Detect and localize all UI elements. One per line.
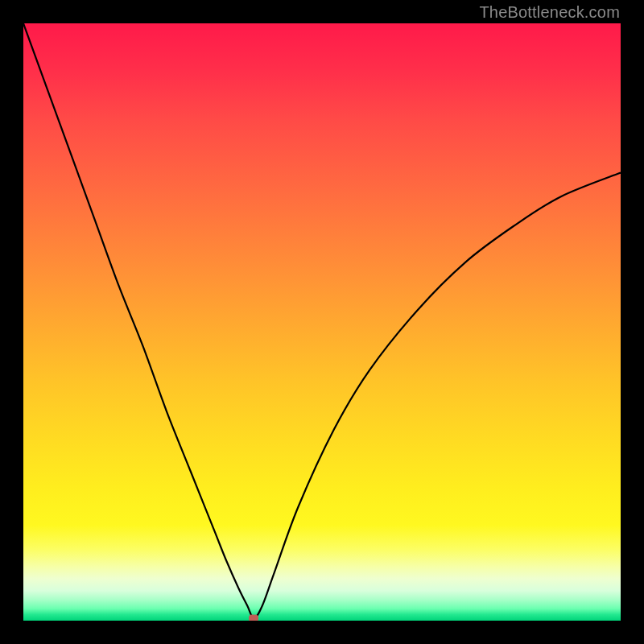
minimum-marker	[249, 615, 258, 621]
chart-frame: TheBottleneck.com	[0, 0, 644, 644]
plot-area	[23, 23, 621, 621]
bottleneck-curve	[23, 23, 621, 621]
attribution-text: TheBottleneck.com	[479, 3, 620, 22]
